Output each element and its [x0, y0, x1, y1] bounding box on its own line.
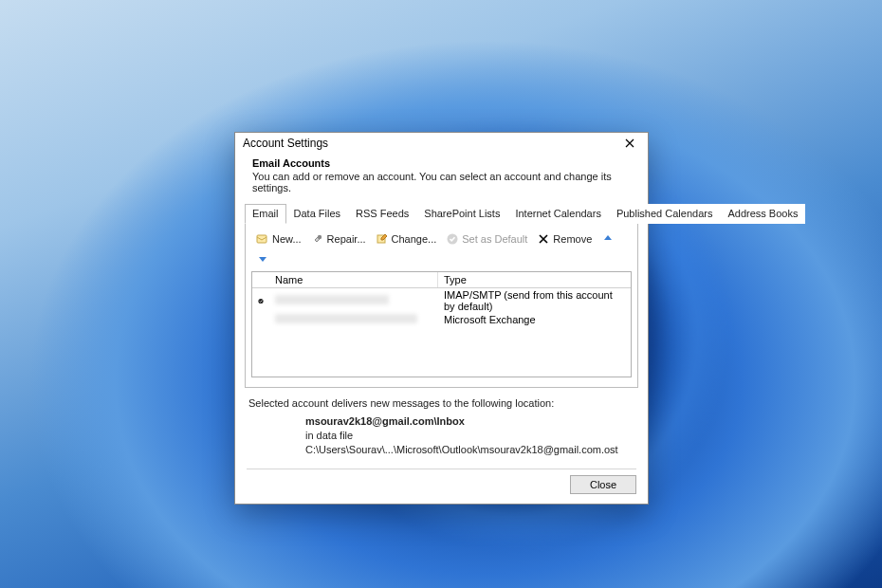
- titlebar: Account Settings: [235, 133, 648, 156]
- tab-strip: Email Data Files RSS Feeds SharePoint Li…: [245, 203, 638, 224]
- new-button[interactable]: New...: [253, 231, 304, 247]
- tab-published-calendars[interactable]: Published Calendars: [609, 204, 721, 224]
- account-name: [269, 294, 438, 307]
- repair-icon: [311, 232, 324, 246]
- svg-point-4: [258, 298, 263, 303]
- change-icon: [376, 232, 389, 246]
- tab-content-email: New... Repair... Change... Set as Defaul…: [245, 224, 638, 388]
- delivery-intro: Selected account delivers new messages t…: [248, 397, 634, 409]
- dialog-footer: Close: [235, 469, 648, 504]
- close-icon[interactable]: [619, 135, 640, 152]
- column-name[interactable]: Name: [269, 272, 438, 287]
- account-type: Microsoft Exchange: [438, 313, 631, 326]
- header-title: Email Accounts: [252, 157, 634, 169]
- arrow-up-icon: [601, 232, 615, 246]
- set-default-icon: [446, 232, 459, 246]
- svg-point-1: [317, 235, 321, 239]
- tab-email[interactable]: Email: [245, 204, 286, 224]
- accounts-list[interactable]: Name Type IMAP/SMTP (send from this acco…: [251, 271, 632, 377]
- table-row[interactable]: IMAP/SMTP (send from this account by def…: [252, 288, 631, 313]
- new-label: New...: [272, 233, 302, 245]
- remove-button[interactable]: Remove: [534, 231, 595, 247]
- datafile-prefix: in data file: [305, 430, 353, 441]
- tab-sharepoint-lists[interactable]: SharePoint Lists: [416, 204, 507, 224]
- account-type: IMAP/SMTP (send from this account by def…: [438, 288, 631, 313]
- tab-address-books[interactable]: Address Books: [720, 204, 805, 224]
- arrow-down-icon: [256, 251, 269, 265]
- svg-rect-0: [257, 235, 266, 243]
- header-description: You can add or remove an account. You ca…: [252, 171, 634, 193]
- change-label: Change...: [392, 233, 437, 245]
- delivery-location: msourav2k18@gmail.com\Inbox: [305, 415, 465, 427]
- account-name: [269, 313, 438, 326]
- datafile-path: C:\Users\Sourav\...\Microsoft\Outlook\ms…: [305, 444, 618, 455]
- move-up-button[interactable]: [598, 231, 617, 247]
- accounts-toolbar: New... Repair... Change... Set as Defaul…: [251, 230, 632, 271]
- close-button[interactable]: Close: [570, 475, 636, 494]
- tab-rss-feeds[interactable]: RSS Feeds: [348, 204, 416, 224]
- default-account-check-icon: [252, 295, 269, 307]
- repair-button[interactable]: Repair...: [308, 231, 369, 247]
- new-icon: [256, 232, 269, 246]
- remove-icon: [537, 232, 550, 246]
- change-button[interactable]: Change...: [373, 231, 440, 247]
- tab-data-files[interactable]: Data Files: [286, 204, 349, 224]
- repair-label: Repair...: [327, 233, 366, 245]
- set-default-label: Set as Default: [462, 233, 527, 245]
- move-down-button[interactable]: [253, 250, 272, 266]
- tab-internet-calendars[interactable]: Internet Calendars: [507, 204, 609, 224]
- remove-label: Remove: [553, 233, 592, 245]
- table-row[interactable]: Microsoft Exchange: [252, 313, 631, 326]
- column-type[interactable]: Type: [438, 272, 631, 287]
- account-settings-dialog: Account Settings Email Accounts You can …: [234, 132, 649, 505]
- account-icon: [252, 319, 269, 321]
- delivery-info: Selected account delivers new messages t…: [235, 388, 648, 465]
- dialog-header: Email Accounts You can add or remove an …: [235, 156, 648, 203]
- dialog-title: Account Settings: [243, 137, 328, 150]
- set-default-button: Set as Default: [443, 231, 530, 247]
- list-header: Name Type: [252, 272, 631, 288]
